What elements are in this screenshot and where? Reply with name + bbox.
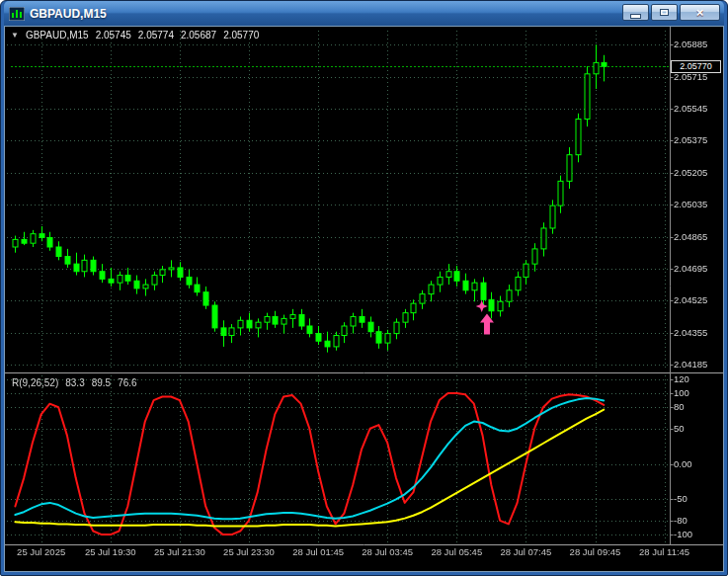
price-scale-label: 2.05035	[674, 200, 707, 209]
price-scale-label: 2.05205	[674, 168, 707, 178]
indicator-value-fast: 83.3	[65, 377, 84, 388]
indicator-scale-label: 120	[674, 374, 689, 384]
indicator-scale-label: 100	[674, 388, 689, 398]
window-title: GBPAUD,M15	[30, 7, 107, 21]
time-axis-label: 28 Jul 03:45	[355, 547, 420, 557]
price-scale-label: 2.04865	[674, 232, 707, 242]
time-axis-label: 25 Jul 19:30	[78, 547, 143, 557]
chart-overlay: ▼ GBPAUD,M15 2.05745 2.05774 2.05687 2.0…	[5, 27, 723, 571]
indicator-header: R(9,26,52) 83.3 89.5 76.6	[12, 377, 137, 388]
chart-window: GBPAUD,M15 × ▼ GBPAUD,M15 2.05745 2.0577…	[0, 0, 728, 576]
indicator-scale-label: -100	[674, 530, 692, 539]
open-value: 2.05745	[96, 30, 131, 41]
caption-buttons: ×	[622, 4, 720, 21]
time-axis-label: 25 Jul 2025	[9, 547, 74, 557]
low-value: 2.05687	[181, 30, 216, 41]
time-axis-label: 28 Jul 07:45	[493, 547, 558, 557]
indicator-scale-label: 80	[674, 402, 685, 412]
symbol-dropdown-icon[interactable]: ▼	[11, 31, 19, 40]
time-axis-label: 28 Jul 11:45	[632, 547, 697, 557]
indicator-value-slow: 89.5	[92, 377, 111, 388]
price-scale-label: 2.04185	[674, 360, 707, 370]
indicator-scale-label: 0.00	[674, 459, 692, 469]
chart-icon	[9, 7, 25, 21]
chart-client-area: ▼ GBPAUD,M15 2.05745 2.05774 2.05687 2.0…	[4, 26, 724, 572]
time-axis-label: 28 Jul 01:45	[285, 547, 351, 557]
high-value: 2.05774	[138, 30, 174, 41]
price-scale-label: 2.05375	[674, 135, 707, 145]
price-scale-label: 2.05545	[674, 104, 707, 114]
price-scale-label: 2.04695	[674, 264, 707, 274]
indicator-scale-label: -50	[674, 494, 688, 504]
time-axis-label: 28 Jul 09:45	[563, 547, 628, 557]
ohlc-header: ▼ GBPAUD,M15 2.05745 2.05774 2.05687 2.0…	[11, 30, 259, 41]
minimize-button[interactable]	[622, 4, 649, 21]
price-scale-label: 2.05715	[674, 72, 707, 82]
minimize-icon	[630, 14, 641, 19]
titlebar[interactable]: GBPAUD,M15 ×	[4, 1, 724, 26]
indicator-value-signal: 76.6	[118, 377, 136, 388]
time-axis-label: 25 Jul 23:30	[216, 547, 282, 557]
indicator-scale-label: 50	[674, 424, 685, 434]
time-axis-label: 25 Jul 21:30	[147, 547, 212, 557]
price-scale-label: 2.04355	[674, 328, 707, 338]
maximize-icon	[660, 9, 669, 16]
price-scale-label: 2.04525	[674, 295, 707, 305]
maximize-button[interactable]	[651, 4, 678, 21]
time-axis-label: 28 Jul 05:45	[424, 547, 489, 557]
current-price-label: 2.05770	[671, 60, 721, 73]
price-scale-label: 2.05885	[674, 40, 707, 49]
indicator-scale-label: -80	[674, 516, 688, 526]
close-icon: ×	[696, 6, 704, 19]
close-button[interactable]: ×	[680, 4, 720, 21]
close-value: 2.05770	[223, 30, 259, 41]
symbol-label: GBPAUD,M15	[26, 30, 89, 41]
indicator-name: R(9,26,52)	[12, 377, 58, 388]
